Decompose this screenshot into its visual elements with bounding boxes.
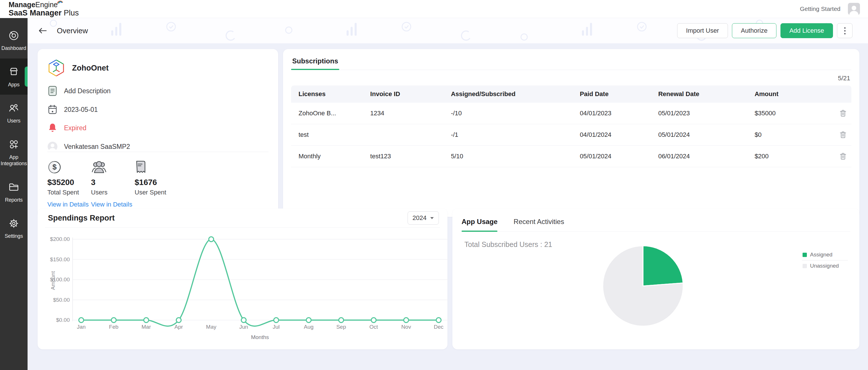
delete-row-button[interactable] xyxy=(839,109,847,117)
svg-text:Jun: Jun xyxy=(239,324,248,330)
svg-text:Dec: Dec xyxy=(434,324,443,330)
users-icon xyxy=(7,102,20,115)
add-license-button[interactable]: Add License xyxy=(780,23,833,38)
table-row[interactable]: test-/104/01/202405/01/2024$0 xyxy=(291,124,851,146)
owner-row: Venkatesan SaaSMP2 xyxy=(48,141,268,152)
pie-legend: AssignedUnassigned xyxy=(802,249,848,271)
column-header: Paid Date xyxy=(572,90,651,98)
subscriptions-table-header: LicensesInvoice IDAssigned/SubscribedPai… xyxy=(291,86,851,103)
usage-pie-chart xyxy=(600,243,686,329)
description-icon xyxy=(48,86,58,96)
more-options-button[interactable] xyxy=(837,23,852,38)
svg-text:Months: Months xyxy=(251,334,269,340)
dashboard-icon xyxy=(7,29,20,42)
spendings-title: Spendings Report xyxy=(48,214,115,223)
svg-text:$50.00: $50.00 xyxy=(53,297,70,303)
zoho-one-app-icon xyxy=(48,59,65,77)
divider xyxy=(48,152,268,152)
sidebar-item-reports[interactable]: Reports xyxy=(0,174,28,210)
stat-user-spent: $1676 User Spent xyxy=(135,158,178,208)
column-header: Renewal Date xyxy=(651,90,747,98)
legend-item[interactable]: Unassigned xyxy=(802,260,848,271)
svg-text:Amount: Amount xyxy=(50,271,56,290)
svg-text:Nov: Nov xyxy=(401,324,411,330)
svg-text:Mar: Mar xyxy=(142,324,151,330)
sidebar-nav: DashboardAppsUsersApp IntegrationsReport… xyxy=(0,18,28,370)
stat-total-spent: $ $35200 Total Spent View in Details xyxy=(48,158,91,208)
user-avatar[interactable] xyxy=(848,3,860,15)
owner-avatar xyxy=(48,141,58,152)
brand-swoosh-icon xyxy=(57,0,63,5)
users-group-icon xyxy=(91,158,135,174)
trash-icon xyxy=(839,109,847,117)
spendings-report-card: Spendings Report 2024 $0.00$50.00$100.00… xyxy=(38,208,447,349)
apps-icon xyxy=(7,65,20,78)
chevron-down-icon xyxy=(430,217,434,220)
view-details-link[interactable]: View in Details xyxy=(48,201,91,208)
svg-text:$150.00: $150.00 xyxy=(50,257,70,263)
column-header: Licenses xyxy=(291,90,363,98)
sidebar-item-users[interactable]: Users xyxy=(0,95,28,131)
legend-swatch xyxy=(803,264,807,268)
svg-text:Sep: Sep xyxy=(336,324,346,330)
svg-text:Aug: Aug xyxy=(304,324,313,330)
table-row[interactable]: ZohoOne B...1234-/1004/01/202305/01/2023… xyxy=(291,103,851,124)
spendings-chart: $0.00$50.00$100.00$150.00$200.00JanFebMa… xyxy=(49,228,451,349)
import-user-button[interactable]: Import User xyxy=(677,23,728,38)
purchase-date-row[interactable]: 2023-05-01 xyxy=(48,105,268,114)
column-header: Assigned/Subscribed xyxy=(443,90,572,98)
app-info-card: ZohoOnet Add Description 2 xyxy=(38,49,278,217)
sidebar-item-apps[interactable]: Apps xyxy=(0,59,28,95)
trash-icon xyxy=(839,152,847,161)
add-description-row[interactable]: Add Description xyxy=(48,86,268,96)
tab-recent-activities[interactable]: Recent Activities xyxy=(514,218,564,232)
svg-text:$0.00: $0.00 xyxy=(56,317,70,323)
license-status-row: Expired xyxy=(48,123,268,133)
column-header: Amount xyxy=(747,90,823,98)
svg-text:Apr: Apr xyxy=(175,324,183,330)
delete-row-button[interactable] xyxy=(839,152,847,161)
page-title: Overview xyxy=(57,26,88,35)
back-arrow-icon xyxy=(37,26,48,35)
svg-text:May: May xyxy=(206,324,216,330)
app-root: ManageEngine SaaS Manager Plus Getting S… xyxy=(0,0,868,370)
tab-subscriptions[interactable]: Subscriptions xyxy=(291,57,339,70)
receipt-icon xyxy=(135,158,178,174)
trash-icon xyxy=(839,131,847,139)
calendar-icon xyxy=(48,105,58,114)
stat-users: 3 Users View in Details xyxy=(91,158,135,208)
svg-text:Jan: Jan xyxy=(77,324,86,330)
year-dropdown[interactable]: 2024 xyxy=(408,211,439,225)
person-icon xyxy=(849,5,859,15)
alert-bell-icon xyxy=(48,123,58,133)
page-toolbar: Overview Import User Authorize Add Licen… xyxy=(28,18,868,43)
dollar-coin-icon: $ xyxy=(48,158,91,174)
pagination-count: 5/21 xyxy=(292,75,850,82)
app-usage-card: App Usage Recent Activities Total Subscr… xyxy=(453,208,859,349)
svg-text:$200.00: $200.00 xyxy=(50,236,70,242)
authorize-button[interactable]: Authorize xyxy=(732,23,776,38)
tab-app-usage[interactable]: App Usage xyxy=(462,218,497,232)
column-header: Invoice ID xyxy=(363,90,443,98)
getting-started-link[interactable]: Getting Started xyxy=(800,5,840,12)
brand-logo: ManageEngine SaaS Manager Plus xyxy=(9,1,79,17)
table-row[interactable]: Monthlytest1235/1005/01/202406/01/2024$2… xyxy=(291,146,851,167)
legend-swatch xyxy=(803,253,807,257)
top-header: ManageEngine SaaS Manager Plus Getting S… xyxy=(0,0,868,18)
main-area: Overview Import User Authorize Add Licen… xyxy=(28,18,868,370)
settings-icon xyxy=(7,217,20,230)
app-name: ZohoOnet xyxy=(72,64,108,73)
owner-name: Venkatesan SaaSMP2 xyxy=(64,143,130,150)
app-integrations-icon xyxy=(7,138,20,151)
sidebar-item-app-integrations[interactable]: App Integrations xyxy=(0,131,28,174)
reports-icon xyxy=(7,181,20,194)
svg-text:Feb: Feb xyxy=(109,324,119,330)
legend-item[interactable]: Assigned xyxy=(802,249,848,260)
subscriptions-table-body: ZohoOne B...1234-/1004/01/202305/01/2023… xyxy=(291,103,851,167)
back-button[interactable] xyxy=(37,26,48,35)
delete-row-button[interactable] xyxy=(839,131,847,139)
sidebar-item-dashboard[interactable]: Dashboard xyxy=(0,22,28,59)
view-details-link[interactable]: View in Details xyxy=(91,201,135,208)
sidebar-item-settings[interactable]: Settings xyxy=(0,210,28,246)
svg-text:$: $ xyxy=(53,163,57,171)
